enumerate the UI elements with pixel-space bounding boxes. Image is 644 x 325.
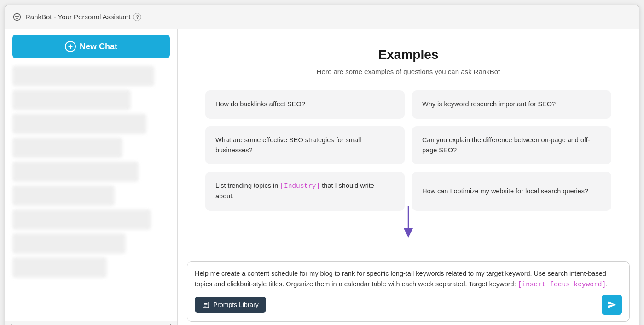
- app-window: RankBot - Your Personal Assistant ? + Ne…: [5, 5, 639, 325]
- arrow-annotation-container: [205, 211, 611, 238]
- main-content: + New Chat ◀ ▶ Example: [5, 29, 639, 325]
- scroll-right-icon[interactable]: ▶: [170, 323, 174, 325]
- sidebar-scroll[interactable]: + New Chat: [5, 29, 177, 321]
- send-icon: [607, 300, 616, 309]
- chat-area: Examples Here are some examples of quest…: [178, 29, 639, 325]
- svg-point-2: [17, 16, 19, 17]
- help-icon[interactable]: ?: [133, 13, 141, 21]
- new-chat-label: New Chat: [80, 42, 117, 52]
- example-card-6-text: How can I optimize my website for local …: [422, 187, 588, 195]
- prompts-library-button[interactable]: Prompts Library: [195, 297, 266, 313]
- list-item: [12, 233, 126, 254]
- examples-subtitle: Here are some examples of questions you …: [205, 68, 611, 75]
- example-card-6[interactable]: How can I optimize my website for local …: [412, 172, 611, 211]
- examples-grid: How do backlinks affect SEO? Why is keyw…: [205, 90, 611, 211]
- input-area: Help me create a content schedule for my…: [178, 254, 639, 325]
- scroll-left-icon[interactable]: ◀: [9, 323, 12, 325]
- example-card-5[interactable]: List trending topics in [Industry] that …: [205, 172, 405, 211]
- example-card-2[interactable]: Why is keyword research important for SE…: [412, 90, 611, 119]
- list-item: [12, 138, 122, 158]
- input-text: Help me create a content schedule for my…: [195, 268, 622, 290]
- example-card-3[interactable]: What are some effective SEO strategies f…: [205, 126, 405, 165]
- list-item: [12, 66, 154, 86]
- examples-title: Examples: [205, 47, 611, 62]
- list-item: [12, 257, 107, 278]
- prompts-library-label: Prompts Library: [213, 301, 259, 308]
- plus-circle-icon: +: [65, 41, 76, 52]
- example-card-2-text: Why is keyword research important for SE…: [422, 100, 556, 108]
- input-box[interactable]: Help me create a content schedule for my…: [187, 261, 630, 322]
- sidebar-bottom-bar: ◀ ▶: [5, 321, 177, 325]
- book-icon: [202, 301, 209, 308]
- input-period: .: [606, 280, 608, 288]
- list-item: [12, 186, 115, 206]
- input-footer: Prompts Library: [195, 295, 622, 315]
- example-card-5-text: List trending topics in [Industry] that …: [215, 182, 374, 200]
- list-item: [12, 90, 131, 110]
- title-bar: RankBot - Your Personal Assistant ?: [5, 5, 639, 29]
- list-item: [12, 114, 146, 134]
- sidebar: + New Chat ◀ ▶: [5, 29, 178, 325]
- new-chat-button[interactable]: + New Chat: [12, 35, 170, 58]
- input-highlight-text: [insert focus keyword]: [518, 281, 606, 288]
- svg-point-0: [14, 13, 21, 20]
- send-button[interactable]: [602, 295, 622, 315]
- highlight-industry: [Industry]: [280, 182, 320, 190]
- example-card-4-text: Can you explain the difference between o…: [422, 136, 590, 154]
- example-card-4[interactable]: Can you explain the difference between o…: [412, 126, 611, 165]
- chat-scroll[interactable]: Examples Here are some examples of quest…: [178, 29, 639, 254]
- down-arrow-icon: [399, 206, 418, 238]
- svg-point-1: [15, 16, 17, 17]
- title-bar-text: RankBot - Your Personal Assistant: [25, 13, 130, 21]
- example-card-1[interactable]: How do backlinks affect SEO?: [205, 90, 405, 119]
- example-card-1-text: How do backlinks affect SEO?: [215, 100, 305, 108]
- example-card-3-text: What are some effective SEO strategies f…: [215, 136, 361, 154]
- list-item: [12, 209, 151, 230]
- rankbot-icon: [12, 12, 22, 22]
- list-item: [12, 162, 139, 182]
- svg-marker-4: [404, 228, 413, 238]
